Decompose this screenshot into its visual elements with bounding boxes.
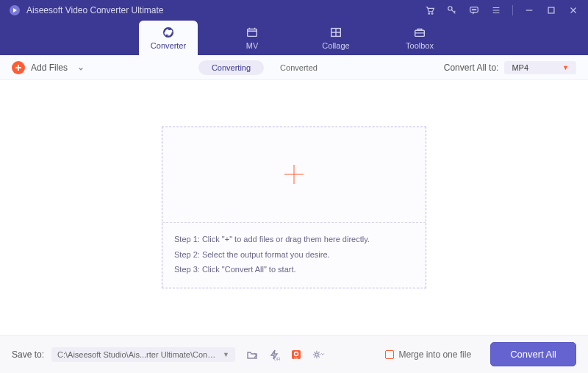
dropzone[interactable]: Step 1: Click "+" to add files or drag t… <box>162 127 426 289</box>
save-path-dropdown[interactable]: C:\Aiseesoft Studio\Ais...rter Ultimate\… <box>51 347 235 362</box>
tab-label: Toolbox <box>406 41 434 50</box>
svg-point-2 <box>431 13 433 15</box>
cart-icon[interactable] <box>424 4 436 16</box>
merge-checkbox[interactable]: Merge into one file <box>385 349 471 360</box>
gpu-on-icon[interactable]: ON <box>290 348 303 361</box>
convert-all-to-label: Convert All to: <box>444 63 499 73</box>
chevron-down-icon: ▼ <box>223 351 229 358</box>
tab-collage[interactable]: Collage <box>306 21 365 55</box>
open-folder-icon[interactable] <box>245 348 259 361</box>
convert-all-button[interactable]: Convert All <box>490 342 576 366</box>
tab-mv[interactable]: MV <box>223 21 282 55</box>
step-text: Step 3: Click "Convert All" to start. <box>174 262 414 277</box>
app-logo-icon <box>9 4 21 16</box>
status-segment: Converting Converted <box>198 60 331 75</box>
main-area: Step 1: Click "+" to add files or drag t… <box>0 80 588 335</box>
save-path-value: C:\Aiseesoft Studio\Ais...rter Ultimate\… <box>57 350 218 359</box>
svg-point-6 <box>473 10 474 10</box>
chevron-down-icon: ▼ <box>562 64 569 71</box>
maximize-button[interactable] <box>545 4 557 16</box>
lightning-off-icon[interactable]: OFF <box>268 348 281 361</box>
add-files-button[interactable]: Add Files <box>12 61 85 74</box>
svg-point-5 <box>472 10 473 10</box>
tab-label: Collage <box>322 41 349 50</box>
save-to-label: Save to: <box>12 349 44 360</box>
merge-label: Merge into one file <box>398 349 471 360</box>
svg-point-17 <box>315 352 318 355</box>
app-window: Aiseesoft Video Converter Ultimate Conve… <box>0 0 588 373</box>
bottom-icons: OFF ON <box>245 348 325 361</box>
svg-rect-10 <box>248 29 257 37</box>
convert-all-to: Convert All to: MP4 ▼ <box>444 61 576 74</box>
main-tabs: Converter MV Collage Toolbox <box>0 21 588 55</box>
checkbox-box <box>385 350 394 359</box>
feedback-icon[interactable] <box>468 4 480 16</box>
dropzone-steps: Step 1: Click "+" to add files or drag t… <box>162 223 426 288</box>
svg-point-1 <box>429 13 430 15</box>
chevron-down-icon <box>78 64 85 71</box>
svg-text:ON: ON <box>294 357 298 360</box>
minimize-button[interactable] <box>523 4 535 16</box>
separator <box>512 5 513 15</box>
segment-converted[interactable]: Converted <box>267 60 331 75</box>
titlebar: Aiseesoft Video Converter Ultimate Conve… <box>0 0 588 55</box>
bottom-bar: Save to: C:\Aiseesoft Studio\Ais...rter … <box>0 335 588 373</box>
tab-toolbox[interactable]: Toolbox <box>390 21 449 55</box>
plus-icon <box>12 61 25 74</box>
key-icon[interactable] <box>446 4 458 16</box>
output-format-dropdown[interactable]: MP4 ▼ <box>504 61 576 74</box>
svg-text:OFF: OFF <box>274 357 280 360</box>
menu-icon[interactable] <box>490 4 502 16</box>
step-text: Step 1: Click "+" to add files or drag t… <box>174 232 414 247</box>
format-value: MP4 <box>512 63 528 72</box>
window-controls <box>424 4 579 16</box>
segment-converting[interactable]: Converting <box>198 60 264 75</box>
tab-converter[interactable]: Converter <box>139 21 198 55</box>
svg-point-7 <box>476 10 476 10</box>
tab-label: MV <box>246 41 259 50</box>
svg-rect-8 <box>548 7 554 13</box>
dropzone-plus[interactable] <box>162 127 426 223</box>
step-text: Step 2: Select the output format you des… <box>174 247 414 263</box>
tab-label: Converter <box>151 41 186 50</box>
add-files-label: Add Files <box>31 63 68 73</box>
svg-point-9 <box>164 28 173 38</box>
toolbar: Add Files Converting Converted Convert A… <box>0 55 588 80</box>
app-title: Aiseesoft Video Converter Ultimate <box>26 5 424 15</box>
close-button[interactable] <box>567 4 579 16</box>
settings-icon[interactable] <box>312 348 325 361</box>
